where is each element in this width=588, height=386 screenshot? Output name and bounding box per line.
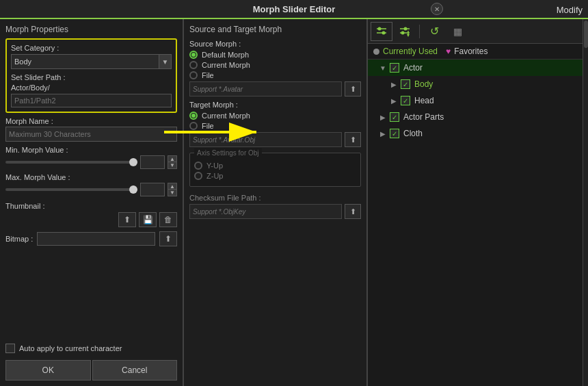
max-value-input[interactable]: 100 (140, 183, 165, 196)
body-checkbox[interactable]: ✓ (401, 79, 410, 89)
middle-panel: Source and Target Morph Source Morph : D… (184, 19, 367, 386)
cancel-button[interactable]: Cancel (92, 360, 178, 381)
source-file-input[interactable] (189, 81, 342, 96)
max-spin-up[interactable]: ▲ (168, 183, 177, 190)
morph-name-input[interactable] (5, 127, 177, 142)
set-category-label: Set Category : (11, 44, 172, 52)
ok-button[interactable]: OK (5, 360, 91, 381)
target-current-row: Current Morph (189, 112, 361, 120)
currently-used-dot (373, 49, 379, 55)
set-slider-path-label: Set Slider Path : (11, 73, 172, 81)
tree-row-head[interactable]: ▶ ✓ Head (368, 92, 583, 109)
source-target-title: Source and Target Morph (189, 25, 361, 34)
checksum-section: Checksum File Path : ⬆ (189, 194, 361, 219)
tree-row-body[interactable]: ▶ ✓ Body (368, 76, 583, 92)
min-spin-down[interactable]: ▼ (168, 162, 177, 169)
auto-apply-label: Auto apply to current character (19, 344, 122, 352)
thumbnail-save-btn[interactable]: 💾 (139, 212, 157, 227)
source-default-row: Default Morph (189, 51, 361, 59)
svg-point-7 (401, 31, 405, 34)
morph-name-label: Morph Name : (5, 117, 177, 125)
bitmap-label: Bitmap : (5, 235, 33, 243)
sliders-icon[interactable] (371, 22, 392, 41)
actor-parts-checkbox[interactable]: ✓ (390, 112, 399, 122)
checksum-input[interactable] (189, 204, 342, 219)
actor-parts-label: Actor Parts (403, 112, 444, 122)
target-file-label: File (202, 122, 214, 130)
morph-properties-title: Morph Properties (5, 25, 177, 34)
slider-path-input[interactable] (11, 94, 172, 107)
grid-icon[interactable]: ▦ (446, 22, 468, 41)
head-checkbox[interactable]: ✓ (401, 96, 410, 105)
thumbnail-import-btn[interactable]: ⬆ (118, 212, 136, 227)
head-expand-arrow[interactable]: ▶ (389, 96, 399, 105)
min-morph-label: Min. Morph Value : (5, 146, 177, 154)
y-up-radio[interactable] (194, 162, 202, 170)
category-dropdown[interactable]: Body (11, 54, 159, 69)
right-scrollbar[interactable] (583, 19, 588, 386)
target-file-radio[interactable] (189, 122, 198, 130)
source-current-row: Current Morph (189, 61, 361, 69)
slider-path-value: Actor/Body/ (11, 83, 172, 92)
favorites-heart-icon: ♥ (446, 47, 451, 56)
bitmap-section: Bitmap : ⬆ (5, 231, 177, 246)
checksum-label: Checksum File Path : (189, 194, 361, 202)
target-file-input[interactable] (189, 132, 342, 147)
head-label: Head (414, 96, 434, 105)
tree-row-actor[interactable]: ▼ ✓ Actor (368, 60, 583, 76)
morph-name-section: Morph Name : (5, 117, 177, 142)
auto-apply-checkbox[interactable] (5, 344, 15, 353)
window-close-button[interactable]: ✕ (431, 3, 443, 15)
body-expand-arrow[interactable]: ▶ (389, 79, 399, 89)
max-slider-thumb[interactable] (129, 185, 137, 194)
svg-point-1 (378, 27, 382, 30)
target-file-browse-btn[interactable]: ⬆ (345, 132, 361, 147)
svg-point-5 (404, 27, 407, 30)
dropdown-arrow-icon[interactable]: ▼ (159, 54, 172, 69)
actor-collapse-arrow[interactable]: ▼ (378, 63, 388, 73)
axis-settings-title: Axis Settings for Obj (197, 149, 259, 157)
source-file-row: File (189, 71, 361, 79)
target-morph-label: Target Morph : (189, 101, 361, 109)
right-toolbar: ↺ ▦ (368, 19, 583, 44)
target-current-radio[interactable] (189, 112, 198, 120)
source-file-radio[interactable] (189, 71, 198, 79)
source-morph-section: Source Morph : Default Morph Current Mor… (189, 40, 361, 96)
tree-row-actor-parts[interactable]: ▶ ✓ Actor Parts (368, 109, 583, 125)
refresh-icon[interactable]: ↺ (423, 22, 445, 41)
actor-checkbox[interactable]: ✓ (390, 63, 399, 73)
checksum-browse-btn[interactable]: ⬆ (345, 204, 361, 219)
min-morph-section: Min. Morph Value : 0 ▲ ▼ (5, 146, 177, 169)
source-default-radio[interactable] (189, 51, 198, 59)
axis-settings-box: Axis Settings for Obj Y-Up Z-Up (189, 153, 361, 187)
max-spin-down[interactable]: ▼ (168, 190, 177, 196)
thumbnail-delete-btn[interactable]: 🗑 (159, 212, 177, 227)
source-file-browse-btn[interactable]: ⬆ (345, 81, 361, 96)
left-panel: Morph Properties Set Category : Body ▼ S… (0, 19, 183, 386)
min-value-input[interactable]: 0 (140, 155, 165, 169)
min-spin-up[interactable]: ▲ (168, 155, 177, 162)
source-current-radio[interactable] (189, 61, 198, 69)
bitmap-import-btn[interactable]: ⬆ (159, 231, 177, 246)
tree-row-cloth[interactable]: ▶ ✓ Cloth (368, 125, 583, 142)
actor-label: Actor (403, 63, 423, 73)
tree-container: ▼ ✓ Actor ▶ ✓ Body ▶ ✓ Head ▶ (368, 60, 583, 386)
currently-used-label[interactable]: Currently Used (383, 47, 438, 56)
target-file-row: File (189, 122, 361, 130)
min-slider-thumb[interactable] (129, 158, 137, 166)
favorites-label[interactable]: Favorites (454, 47, 487, 56)
max-morph-label: Max. Morph Value : (5, 173, 177, 181)
source-file-label: File (202, 71, 214, 79)
cursor-icon[interactable] (394, 22, 416, 41)
actor-parts-expand-arrow[interactable]: ▶ (378, 112, 388, 122)
target-current-label: Current Morph (202, 112, 250, 120)
z-up-radio[interactable] (194, 172, 202, 180)
cloth-label: Cloth (403, 129, 423, 138)
right-panel: ↺ ▦ Currently Used ♥ Favorites ▼ ✓ Actor (368, 19, 583, 386)
target-morph-section: Target Morph : Current Morph File ⬆ (189, 101, 361, 147)
source-morph-label: Source Morph : (189, 40, 361, 48)
cloth-checkbox[interactable]: ✓ (390, 129, 399, 138)
svg-point-3 (382, 31, 386, 34)
cloth-expand-arrow[interactable]: ▶ (378, 129, 388, 138)
svg-marker-9 (407, 34, 410, 37)
